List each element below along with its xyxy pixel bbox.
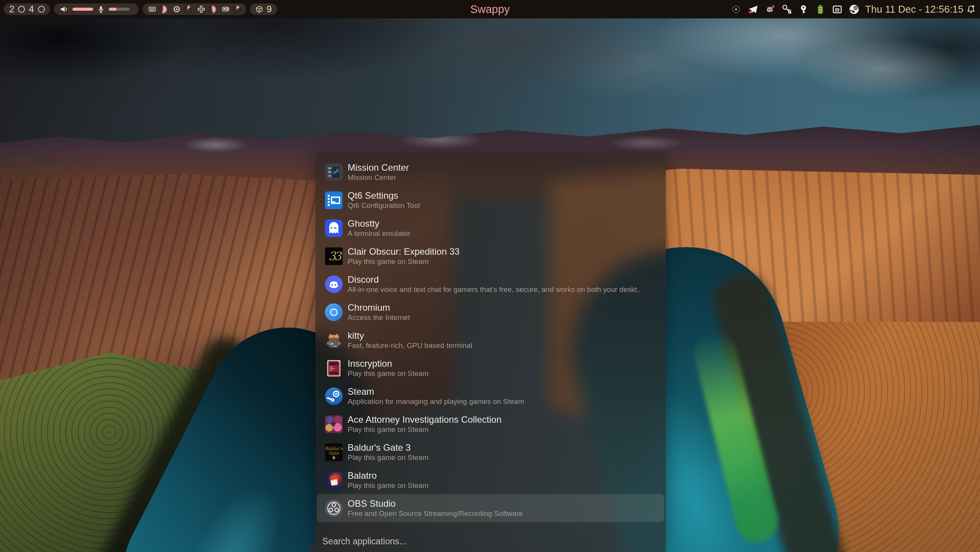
- app-row-kitty[interactable]: >_kittyFast, feature-rich, GPU based ter…: [317, 326, 664, 354]
- volume-slider-fill: [72, 8, 93, 11]
- app-texts: DiscordAll-in-one voice and text chat fo…: [348, 274, 641, 294]
- workspace-dot-3[interactable]: [38, 6, 45, 13]
- app-row-discord[interactable]: DiscordAll-in-one voice and text chat fo…: [317, 270, 664, 298]
- kitty-icon: >_: [325, 331, 343, 349]
- network-icon[interactable]: [832, 4, 843, 15]
- app-subtitle: Access the Internet: [348, 313, 410, 322]
- app-texts: kittyFast, feature-rich, GPU based termi…: [348, 330, 472, 350]
- qt6-settings-icon: [325, 191, 343, 209]
- mission-center-icon: [325, 163, 343, 181]
- baldurs-gate-3-icon: Baldur'sGate: [325, 443, 343, 461]
- audio-pill[interactable]: [54, 3, 139, 15]
- workspaces-pill[interactable]: 24: [4, 3, 50, 15]
- app-texts: GhosttyA terminal emulator: [348, 218, 410, 238]
- ace-attorney-icon: [325, 415, 343, 433]
- app-subtitle: A terminal emulator: [348, 229, 410, 238]
- app-texts: Ace Attorney Investigations CollectionPl…: [348, 414, 502, 434]
- clair-obscur-icon: 33: [325, 247, 343, 265]
- ghostty-icon: >: [325, 219, 343, 237]
- app-row-clair-obscur-expedition-33[interactable]: 33Clair Obscur: Expedition 33Play this g…: [317, 242, 664, 270]
- app-title: Steam: [348, 386, 524, 397]
- app-row-mission-center[interactable]: Mission CenterMission Center: [317, 158, 664, 186]
- app-row-steam[interactable]: SteamApplication for managing and playin…: [317, 382, 664, 410]
- app-texts: OBS StudioFree and Open Source Streaming…: [348, 498, 523, 518]
- steelseries-icon[interactable]: [730, 4, 742, 15]
- app-subtitle: Qt6 Configuration Tool: [348, 201, 420, 210]
- focused-window-title: Swappy: [470, 0, 510, 18]
- steam-tray-icon[interactable]: [849, 4, 860, 15]
- bell-icon[interactable]: [966, 4, 976, 15]
- app-title: Mission Center: [348, 162, 409, 173]
- app-texts: Qt6 SettingsQt6 Configuration Tool: [348, 190, 420, 210]
- package-icon: [255, 5, 263, 13]
- workspace-dot-1[interactable]: [18, 6, 25, 13]
- app-texts: BalatroPlay this game on Steam: [348, 470, 428, 490]
- search-input[interactable]: Search applications...: [322, 536, 407, 547]
- app-texts: Clair Obscur: Expedition 33Play this gam…: [348, 246, 460, 266]
- mic-slider[interactable]: [109, 8, 130, 11]
- telegram-icon[interactable]: [747, 4, 758, 15]
- microphone-icon: [97, 5, 105, 13]
- desktop: 24 9 Swappy Thu 11 Dec - 12:56:15: [0, 0, 980, 552]
- stats-pill[interactable]: [143, 3, 246, 15]
- app-row-ghostty[interactable]: >GhosttyA terminal emulator: [317, 214, 664, 242]
- app-title: Chromium: [348, 302, 410, 313]
- speaker-icon: [59, 5, 69, 14]
- obs-studio-icon: [325, 499, 343, 517]
- memory-icon: [148, 5, 156, 13]
- app-title: Qt6 Settings: [348, 190, 420, 201]
- clock[interactable]: Thu 11 Dec - 12:56:15: [865, 3, 964, 15]
- app-row-qt6-settings[interactable]: Qt6 SettingsQt6 Configuration Tool: [317, 186, 664, 214]
- app-title: kitty: [348, 330, 472, 341]
- app-subtitle: Play this game on Steam: [348, 425, 502, 434]
- app-title: Ace Attorney Investigations Collection: [348, 414, 502, 425]
- svg-text:Gate: Gate: [329, 451, 340, 456]
- app-title: Inscryption: [348, 358, 428, 369]
- app-title: Clair Obscur: Expedition 33: [348, 246, 460, 257]
- app-title: Baldur's Gate 3: [348, 442, 428, 453]
- workspace-number-2[interactable]: 2: [9, 3, 14, 15]
- svg-text:>_: >_: [330, 341, 337, 347]
- app-row-chromium[interactable]: ChromiumAccess the Internet: [317, 298, 664, 326]
- discord-tray-icon[interactable]: [764, 4, 775, 15]
- battery-icon[interactable]: [815, 4, 826, 15]
- updates-pill[interactable]: 9: [250, 3, 277, 15]
- gamepad-icon: [197, 5, 205, 13]
- app-row-baldur-s-gate-3[interactable]: Baldur'sGateBaldur's Gate 3Play this gam…: [317, 438, 664, 466]
- gamepad-usage-pie: [208, 5, 216, 13]
- volume-slider[interactable]: [72, 8, 93, 11]
- keepassxc-icon[interactable]: [781, 4, 792, 15]
- app-subtitle: Fast, feature-rich, GPU based terminal: [348, 341, 472, 350]
- svg-text:>: >: [330, 225, 333, 230]
- system-tray: [730, 4, 860, 15]
- app-subtitle: All-in-one voice and text chat for gamer…: [348, 285, 641, 294]
- top-bar: 24 9 Swappy Thu 11 Dec - 12:56:15: [0, 0, 980, 18]
- app-subtitle: Mission Center: [348, 173, 409, 182]
- app-row-ace-attorney-investigations-collection[interactable]: Ace Attorney Investigations CollectionPl…: [317, 410, 664, 438]
- top-bar-left: 24 9: [4, 3, 277, 15]
- keyring-icon[interactable]: [798, 4, 809, 15]
- chromium-icon: [325, 303, 343, 321]
- memory-usage-pie: [159, 5, 167, 13]
- app-title: Discord: [348, 274, 641, 285]
- app-row-obs-studio[interactable]: OBS StudioFree and Open Source Streaming…: [317, 494, 664, 522]
- app-title: OBS Studio: [348, 498, 523, 509]
- app-subtitle: Play this game on Steam: [348, 481, 428, 490]
- workspace-number-4[interactable]: 4: [29, 3, 34, 15]
- gpu-icon: [222, 5, 230, 13]
- app-subtitle: Play this game on Steam: [348, 369, 428, 378]
- app-texts: ChromiumAccess the Internet: [348, 302, 410, 322]
- app-subtitle: Play this game on Steam: [348, 257, 460, 266]
- app-texts: Baldur's Gate 3Play this game on Steam: [348, 442, 428, 462]
- app-row-balatro[interactable]: BalatroPlay this game on Steam: [317, 466, 664, 494]
- app-list: Mission CenterMission CenterQt6 Settings…: [317, 158, 664, 522]
- app-subtitle: Free and Open Source Streaming/Recording…: [348, 509, 523, 518]
- mic-slider-fill: [109, 8, 117, 11]
- gpu-usage-pie: [233, 5, 241, 13]
- app-texts: Mission CenterMission Center: [348, 162, 409, 182]
- app-row-inscryption[interactable]: InscryptionPlay this game on Steam: [317, 354, 664, 382]
- app-subtitle: Application for managing and playing gam…: [348, 397, 524, 406]
- app-title: Balatro: [348, 470, 428, 481]
- app-texts: InscryptionPlay this game on Steam: [348, 358, 428, 378]
- balatro-icon: [325, 471, 343, 489]
